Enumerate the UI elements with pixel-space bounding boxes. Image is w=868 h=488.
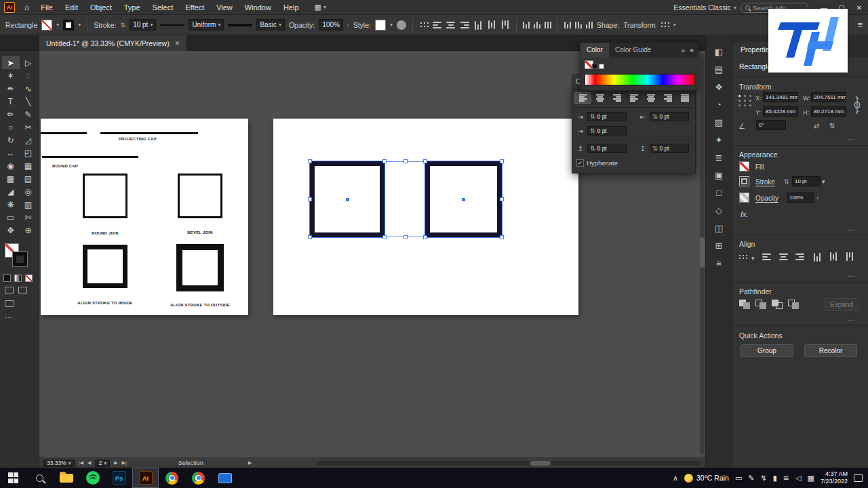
libraries-panel-icon[interactable]: ≡	[716, 259, 722, 268]
horizontal-scrollbar[interactable]	[317, 461, 701, 466]
symbols-panel-icon[interactable]: ▨	[715, 118, 723, 127]
rotate-tool[interactable]: ↻	[2, 134, 20, 146]
chevron-down-icon[interactable]: ▾	[56, 22, 59, 28]
curvature-tool[interactable]: ∿	[20, 82, 37, 95]
opacity-field[interactable]: 100%	[787, 192, 814, 203]
taskbar-spotify[interactable]	[79, 468, 106, 488]
fill-swatch[interactable]	[739, 161, 749, 171]
column-graph-tool[interactable]: ▥	[20, 198, 37, 211]
usb-tray-icon[interactable]: ↯	[761, 474, 767, 483]
stroke-weight-field[interactable]: 10 pt	[792, 176, 821, 186]
distribute-spacing-button-1[interactable]	[564, 22, 571, 28]
hidden-icons-chevron[interactable]: ∧	[673, 474, 678, 483]
last-artboard-button[interactable]: ▶|	[122, 460, 127, 466]
stroke-link[interactable]: Stroke	[755, 178, 775, 186]
none-mode-button[interactable]	[25, 274, 33, 282]
home-icon[interactable]: ⌂	[24, 3, 29, 12]
close-button[interactable]: ✕	[850, 0, 868, 15]
menu-file[interactable]: File	[35, 0, 59, 15]
battery-tray-icon[interactable]: ▮	[773, 474, 777, 483]
draw-normal-mode-button[interactable]	[5, 287, 14, 293]
distribute-horizontal-button[interactable]	[523, 22, 530, 28]
pathfinder-intersect-button[interactable]	[772, 300, 784, 310]
tab-color-guide[interactable]: Color Guide	[609, 43, 657, 58]
panel-menu-icon[interactable]: ≡	[857, 20, 863, 30]
pathfinder-exclude-button[interactable]	[788, 300, 800, 310]
square-align-outside[interactable]	[176, 244, 224, 291]
direct-selection-tool[interactable]: ▷	[20, 56, 37, 69]
taskbar-app-window[interactable]	[212, 468, 238, 488]
next-artboard-button[interactable]: ▶	[114, 460, 117, 466]
align-vertical-center-button[interactable]	[830, 252, 837, 262]
square-bevel-join[interactable]	[178, 174, 222, 218]
taskbar-search-button[interactable]	[26, 468, 53, 488]
keyboard-tray-icon[interactable]: ▦	[808, 474, 814, 483]
color-mode-button[interactable]	[3, 274, 11, 282]
distribute-spacing-button-3[interactable]	[586, 22, 593, 28]
transparency-panel-icon[interactable]: ▣	[715, 171, 723, 180]
menu-object[interactable]: Object	[84, 0, 118, 15]
taskbar-clock[interactable]: 4:37 AM 7/23/2022	[821, 470, 848, 485]
artboards-panel-icon[interactable]: ⊞	[715, 241, 723, 250]
selection-handle[interactable]	[423, 235, 427, 239]
document-tab[interactable]: Untitled-1* @ 33.33% (CMYK/Preview) ✕	[39, 35, 187, 51]
group-button[interactable]: Group	[741, 344, 793, 357]
line-segment-tool[interactable]: ╲	[20, 95, 37, 108]
artboard-tool[interactable]: ▭	[2, 211, 20, 224]
pen-tray-icon[interactable]: ✎	[748, 474, 754, 483]
mesh-tool[interactable]: ▩	[2, 172, 20, 185]
align-top-button[interactable]	[814, 252, 821, 262]
justify-all-button[interactable]	[677, 93, 692, 103]
selection-handle[interactable]	[423, 159, 427, 163]
more-options-button[interactable]: …	[848, 134, 856, 142]
selection-handle[interactable]	[500, 235, 504, 239]
justify-last-right-button[interactable]	[660, 93, 675, 103]
w-field[interactable]: 204.7511 mm	[811, 92, 846, 102]
chevron-down-icon[interactable]: ▾	[78, 22, 81, 28]
ellipse-tool[interactable]: ○	[2, 121, 20, 134]
chevron-down-icon[interactable]: ▾	[673, 22, 676, 28]
align-right-button[interactable]	[609, 93, 625, 103]
action-center-icon[interactable]	[854, 474, 863, 482]
transform-label[interactable]: Transform	[623, 21, 655, 29]
zoom-tool[interactable]: ⊕	[20, 224, 37, 237]
chevron-down-icon[interactable]: ▾	[751, 255, 755, 262]
space-after-field[interactable]: ⇅ 0 pt	[650, 144, 689, 153]
selection-handle[interactable]	[403, 235, 408, 239]
fill-swatch[interactable]	[41, 20, 52, 30]
menu-view[interactable]: View	[210, 0, 239, 15]
y-field[interactable]: 85.4228 mm	[763, 106, 798, 117]
line-object[interactable]	[41, 132, 87, 134]
selection-handle[interactable]	[500, 197, 504, 201]
menu-select[interactable]: Select	[146, 0, 180, 15]
taskbar-photoshop[interactable]: Ps	[106, 468, 132, 488]
gradient-mode-button[interactable]	[14, 274, 22, 282]
space-before-field[interactable]: ⇅ 0 pt	[587, 144, 627, 153]
width-tool[interactable]: ↔	[2, 146, 20, 159]
recolor-button[interactable]: Recolor	[804, 344, 857, 357]
more-options-button[interactable]: …	[848, 270, 856, 278]
start-button[interactable]	[0, 468, 26, 488]
scale-tool[interactable]: ◿	[20, 134, 37, 146]
square-round-join[interactable]	[83, 174, 127, 218]
tab-close-icon[interactable]: ✕	[175, 40, 180, 47]
flip-horizontal-icon[interactable]: ⇄	[814, 122, 819, 129]
stroke-weight-field[interactable]: 10 pt ▾	[130, 19, 156, 30]
align-bottom-button[interactable]	[846, 252, 853, 262]
align-bottom-button[interactable]	[502, 20, 509, 30]
opacity-link[interactable]: Opacity	[755, 195, 778, 202]
taskbar-chrome-2[interactable]	[185, 468, 212, 488]
perspective-grid-tool[interactable]: ▦	[20, 159, 37, 172]
menu-help[interactable]: Help	[277, 0, 305, 15]
white-swatch[interactable]	[599, 64, 604, 69]
swatches-panel-icon[interactable]: ❖	[715, 83, 723, 92]
taskbar-file-explorer[interactable]	[53, 468, 79, 488]
variable-width-profile-field[interactable]: Uniform ▾	[189, 19, 224, 30]
selection-handle[interactable]	[500, 159, 504, 163]
stepper-icon[interactable]: ⇅	[784, 178, 789, 185]
color-panel-icon[interactable]: ◧	[715, 47, 723, 56]
gradient-tool[interactable]: ▤	[20, 172, 37, 185]
justify-last-center-button[interactable]	[643, 93, 658, 103]
align-right-button[interactable]	[460, 22, 469, 28]
constrain-proportions-icon[interactable]	[851, 95, 861, 115]
